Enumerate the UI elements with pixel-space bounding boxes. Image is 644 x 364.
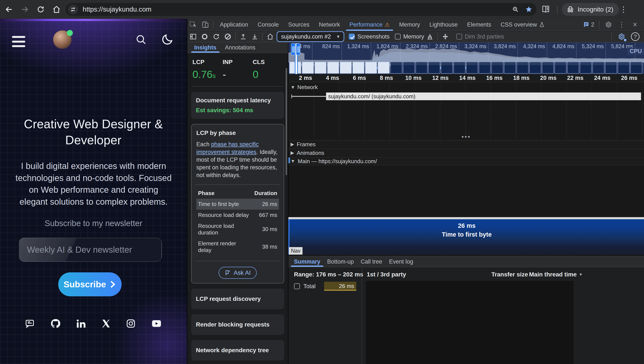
screenshot-thumbnail[interactable] bbox=[454, 62, 466, 74]
github-icon[interactable] bbox=[50, 318, 61, 329]
screenshot-thumbnail[interactable] bbox=[605, 62, 617, 74]
screenshot-thumbnail[interactable] bbox=[542, 62, 554, 74]
screenshot-thumbnail[interactable] bbox=[554, 62, 566, 74]
forward-icon[interactable] bbox=[18, 2, 32, 16]
tab-memory[interactable]: Memory bbox=[394, 19, 425, 30]
selection-handles[interactable] bbox=[291, 43, 301, 55]
youtube-icon[interactable] bbox=[151, 318, 162, 329]
memory-checkbox[interactable]: Memory bbox=[395, 34, 424, 40]
tab-css-overview[interactable]: CSS overview bbox=[496, 19, 549, 30]
screenshot-thumbnail[interactable] bbox=[428, 62, 440, 74]
tab-annotations[interactable]: Annotations bbox=[222, 42, 259, 53]
address-bar[interactable]: https://sujaykundu.com bbox=[66, 3, 536, 16]
clear-icon[interactable] bbox=[222, 32, 234, 42]
screenshot-thumbnail[interactable] bbox=[466, 62, 478, 74]
insight-network-dependency-tree[interactable]: Network dependency tree bbox=[191, 340, 284, 360]
toggle-sidebar-icon[interactable] bbox=[187, 32, 199, 42]
tab-insights[interactable]: Insights bbox=[191, 42, 220, 53]
screenshots-checkbox[interactable]: Screenshots bbox=[349, 34, 390, 40]
screenshot-thumbnail[interactable] bbox=[378, 62, 390, 74]
help-icon[interactable]: ? bbox=[630, 32, 641, 42]
ignore-listing-icon[interactable] bbox=[440, 32, 451, 42]
screenshot-thumbnail[interactable] bbox=[580, 62, 592, 74]
incognito-badge[interactable]: Incognito (2) bbox=[562, 3, 619, 16]
table-row[interactable]: Resource load duration30 ms bbox=[196, 220, 279, 238]
device-toolbar-icon[interactable] bbox=[199, 19, 211, 30]
tab-console[interactable]: Console bbox=[253, 19, 284, 30]
network-request-bar[interactable]: sujaykundu.com/ (sujaykundu.com) bbox=[326, 92, 641, 100]
tab-lighthouse[interactable]: Lighthouse bbox=[425, 19, 462, 30]
linkedin-icon[interactable] bbox=[76, 318, 86, 328]
tab-application[interactable]: Application bbox=[215, 19, 253, 30]
tab-elements[interactable]: Elements bbox=[462, 19, 496, 30]
hamburger-menu-icon[interactable] bbox=[12, 36, 25, 47]
home-icon[interactable] bbox=[50, 2, 63, 16]
screenshot-thumbnail[interactable] bbox=[618, 62, 630, 74]
ask-ai-button[interactable]: Ask AI bbox=[218, 267, 256, 279]
network-track-header[interactable]: ▼ Network bbox=[288, 82, 644, 90]
screenshot-thumbnail[interactable] bbox=[416, 62, 428, 74]
screenshot-thumbnail[interactable] bbox=[403, 62, 415, 74]
back-icon[interactable] bbox=[2, 2, 16, 16]
ttfb-phase-overlay[interactable]: 26 ms Time to first byte bbox=[288, 219, 644, 255]
insight-render-blocking-requests[interactable]: Render blocking requests bbox=[191, 314, 284, 335]
avatar[interactable] bbox=[53, 30, 72, 49]
x-icon[interactable] bbox=[101, 319, 111, 328]
inspect-element-icon[interactable] bbox=[187, 19, 199, 30]
panel-resize-handle[interactable]: ••• bbox=[288, 136, 644, 138]
newsletter-email-input[interactable] bbox=[19, 238, 162, 262]
screenshot-thumbnail[interactable] bbox=[592, 62, 604, 74]
screenshot-thumbnail[interactable] bbox=[567, 62, 579, 74]
screenshot-thumbnail[interactable] bbox=[504, 62, 516, 74]
tab-event-log[interactable]: Event log bbox=[386, 256, 417, 267]
transfer-size-column-header[interactable]: Transfer size bbox=[491, 271, 528, 278]
devtools-kebab-icon[interactable]: ⋮ bbox=[616, 19, 628, 30]
url-text[interactable]: https://sujaykundu.com bbox=[83, 6, 510, 13]
download-profile-icon[interactable] bbox=[249, 32, 260, 42]
chat-icon[interactable] bbox=[25, 318, 35, 328]
insight-lcp-by-phase[interactable]: LCP by phase Each phase has specific imp… bbox=[191, 124, 284, 284]
table-row[interactable]: Resource load delay667 ms bbox=[196, 210, 279, 220]
checkbox-icon[interactable] bbox=[294, 283, 300, 289]
reload-icon[interactable] bbox=[34, 2, 48, 16]
screenshot-thumbnail[interactable] bbox=[441, 62, 453, 74]
nav-marker[interactable]: Nav bbox=[289, 247, 302, 254]
screenshot-thumbnail[interactable] bbox=[302, 62, 314, 74]
history-select[interactable]: sujaykundu.com #2 ▼ bbox=[277, 32, 344, 41]
screenshot-thumbnail[interactable] bbox=[479, 62, 491, 74]
dark-mode-toggle-icon[interactable] bbox=[161, 33, 174, 46]
zoom-icon[interactable] bbox=[510, 4, 521, 15]
capture-settings-gear-icon[interactable] bbox=[616, 32, 627, 42]
search-icon[interactable] bbox=[135, 34, 147, 46]
dim-3rd-parties-checkbox[interactable]: Dim 3rd parties bbox=[456, 34, 504, 40]
tab-network[interactable]: Network bbox=[314, 19, 345, 30]
insight-document-request-latency[interactable]: Document request latency Est savings: 50… bbox=[191, 92, 284, 119]
screenshot-thumbnail[interactable] bbox=[529, 62, 541, 74]
tab-performance[interactable]: Performance ⚠ bbox=[345, 19, 394, 30]
screenshot-thumbnail[interactable] bbox=[327, 62, 339, 74]
insight-lcp-request-discovery[interactable]: LCP request discovery bbox=[191, 289, 284, 309]
tab-summary[interactable]: Summary bbox=[290, 256, 324, 267]
record-icon[interactable] bbox=[199, 32, 210, 42]
issues-counter[interactable]: 2 bbox=[581, 22, 596, 28]
table-row[interactable]: Time to first byte26 ms bbox=[196, 199, 279, 210]
reading-list-icon[interactable] bbox=[541, 5, 550, 14]
screenshot-thumbnail[interactable] bbox=[516, 62, 528, 74]
screenshot-thumbnail[interactable] bbox=[491, 62, 503, 74]
screenshot-thumbnail[interactable] bbox=[314, 62, 326, 74]
browser-menu-icon[interactable]: ⋮ bbox=[618, 4, 630, 16]
table-row[interactable]: Element render delay38 ms bbox=[196, 238, 279, 256]
tab-call-tree[interactable]: Call tree bbox=[357, 256, 386, 267]
timeline-overview[interactable]: 324 ms824 ms1,324 ms1,824 ms2,324 ms2,82… bbox=[288, 42, 644, 74]
screenshot-thumbnail[interactable] bbox=[390, 62, 402, 74]
upload-profile-icon[interactable] bbox=[238, 32, 249, 42]
tune-icon[interactable] bbox=[68, 4, 78, 14]
animations-track-header[interactable]: ▶ Animations bbox=[288, 148, 644, 157]
bookmark-star-icon[interactable] bbox=[523, 4, 534, 15]
garbage-collect-icon[interactable] bbox=[424, 32, 436, 42]
screenshot-thumbnail[interactable] bbox=[630, 62, 642, 74]
instagram-icon[interactable] bbox=[126, 318, 136, 328]
screenshot-thumbnail[interactable] bbox=[365, 62, 377, 74]
tab-sources[interactable]: Sources bbox=[284, 19, 314, 30]
devtools-close-icon[interactable]: × bbox=[629, 19, 641, 30]
